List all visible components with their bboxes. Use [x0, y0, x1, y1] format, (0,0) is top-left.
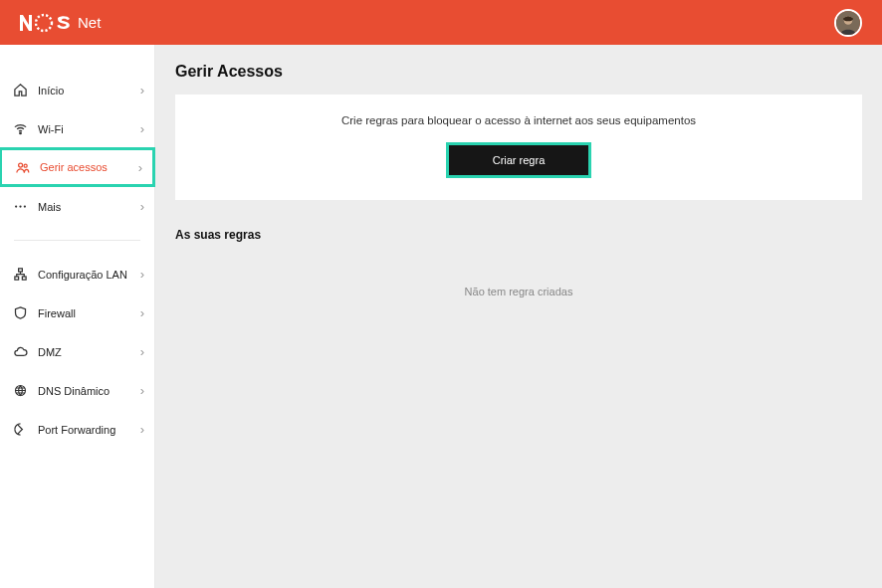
- sidebar-item-label: Início: [38, 85, 140, 97]
- sidebar-item-dns[interactable]: DNS Dinâmico ›: [0, 371, 154, 410]
- chevron-right-icon: ›: [140, 121, 144, 136]
- svg-point-5: [24, 164, 27, 167]
- sidebar-item-wifi[interactable]: Wi-Fi ›: [0, 109, 154, 148]
- sidebar-item-label: Port Forwarding: [38, 424, 140, 436]
- home-icon: [12, 83, 28, 98]
- svg-point-6: [15, 205, 17, 207]
- svg-rect-10: [14, 277, 18, 280]
- sidebar-item-dmz[interactable]: DMZ ›: [0, 332, 154, 371]
- chevron-right-icon: ›: [140, 199, 144, 214]
- sidebar: Início › Wi-Fi › Gerir acessos › Mais ›: [0, 45, 155, 588]
- lan-icon: [12, 267, 28, 283]
- svg-rect-11: [22, 277, 26, 280]
- create-rule-button[interactable]: Criar regra: [449, 145, 589, 175]
- svg-rect-9: [18, 269, 22, 272]
- chevron-right-icon: ›: [140, 383, 144, 398]
- chevron-right-icon: ›: [140, 422, 144, 437]
- card-description: Crie regras para bloquear o acesso à int…: [195, 114, 842, 126]
- sidebar-item-label: DMZ: [38, 346, 140, 358]
- cloud-icon: [12, 344, 28, 360]
- svg-point-7: [19, 205, 21, 207]
- svg-point-8: [23, 205, 25, 207]
- main-content: Gerir Acessos Crie regras para bloquear …: [155, 45, 882, 588]
- svg-point-0: [36, 15, 52, 31]
- chevron-right-icon: ›: [138, 160, 142, 175]
- app-header: Net: [0, 0, 882, 45]
- users-icon: [14, 159, 30, 175]
- rules-section-title: As suas regras: [175, 228, 862, 242]
- nos-logo-icon: [20, 13, 72, 33]
- app-shell: Início › Wi-Fi › Gerir acessos › Mais ›: [0, 45, 882, 588]
- chevron-right-icon: ›: [140, 83, 144, 98]
- sidebar-divider: [14, 240, 140, 241]
- sidebar-item-mais[interactable]: Mais ›: [0, 187, 154, 226]
- more-icon: [12, 199, 28, 215]
- svg-point-3: [19, 132, 21, 134]
- sidebar-item-label: Mais: [38, 201, 140, 213]
- svg-point-4: [18, 163, 22, 167]
- sidebar-item-label: Gerir acessos: [40, 161, 138, 173]
- create-button-highlight: Criar regra: [446, 142, 592, 178]
- user-avatar[interactable]: [834, 9, 862, 37]
- sidebar-item-label: Configuração LAN: [38, 269, 140, 281]
- sidebar-item-port-forwarding[interactable]: Port Forwarding ›: [0, 410, 154, 449]
- sidebar-item-label: DNS Dinâmico: [38, 385, 140, 397]
- shield-icon: [12, 305, 28, 321]
- sidebar-item-label: Wi-Fi: [38, 123, 140, 135]
- create-rule-card: Crie regras para bloquear o acesso à int…: [175, 95, 862, 200]
- sidebar-item-firewall[interactable]: Firewall ›: [0, 294, 154, 332]
- chevron-right-icon: ›: [140, 267, 144, 282]
- page-title: Gerir Acessos: [175, 63, 862, 81]
- forward-icon: [12, 422, 28, 438]
- sidebar-item-gerir-acessos[interactable]: Gerir acessos ›: [0, 147, 155, 187]
- sidebar-item-inicio[interactable]: Início ›: [0, 71, 154, 109]
- empty-state-text: Não tem regra criadas: [175, 286, 862, 297]
- wifi-icon: [12, 121, 28, 137]
- globe-icon: [12, 383, 28, 399]
- sidebar-item-config-lan[interactable]: Configuração LAN ›: [0, 255, 154, 294]
- brand-product: Net: [78, 14, 101, 31]
- brand-logo: Net: [20, 13, 101, 33]
- sidebar-item-label: Firewall: [38, 307, 140, 319]
- chevron-right-icon: ›: [140, 344, 144, 359]
- chevron-right-icon: ›: [140, 305, 144, 320]
